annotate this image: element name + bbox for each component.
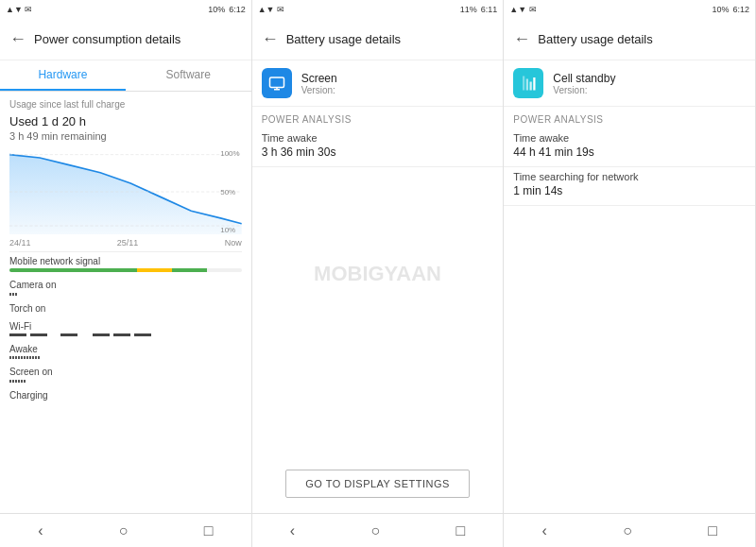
usage-label: Usage since last full charge — [9, 99, 242, 110]
dot — [21, 380, 23, 383]
dot — [12, 356, 14, 359]
dot — [9, 293, 11, 296]
nav-back-2[interactable]: ‹ — [290, 522, 295, 539]
status-bar-left-1: ▲▼ ✉ — [6, 5, 208, 14]
battery-2: 11% — [460, 5, 477, 14]
svg-rect-8 — [526, 79, 528, 91]
signal-label-camera: Camera on — [9, 280, 242, 290]
power-stat-screen-awake: Time awake 3 h 36 min 30s — [252, 128, 504, 167]
nav-recents-1[interactable]: □ — [204, 522, 214, 539]
cell-version: Version: — [553, 85, 615, 95]
signal-label-awake: Awake — [9, 344, 242, 354]
dot — [24, 356, 26, 359]
dot — [26, 356, 28, 359]
svg-rect-7 — [523, 77, 524, 91]
dot — [12, 293, 14, 296]
battery-chart: 100% 50% 10% — [9, 149, 242, 234]
dot — [15, 356, 17, 359]
screen-version: Version: — [301, 85, 337, 95]
device-row-screen: Screen Version: — [252, 60, 504, 107]
battery-cell-panel: ▲▼ ✉ 10% 6:12 ← Battery usage details Ce… — [504, 0, 756, 547]
chart-svg — [9, 149, 242, 234]
status-bar-right-2: 11% 6:11 — [460, 5, 498, 14]
stat-value-cell-searching: 1 min 14s — [513, 184, 746, 197]
power-stat-cell-awake: Time awake 44 h 41 min 19s — [504, 128, 755, 167]
nav-recents-2[interactable]: □ — [455, 522, 465, 539]
header-3: ← Battery usage details — [504, 19, 755, 60]
dot — [29, 356, 31, 359]
signal-icons-2: ▲▼ ✉ — [258, 5, 284, 14]
svg-rect-9 — [530, 82, 532, 91]
svg-rect-4 — [269, 77, 284, 88]
cell-info: Cell standby Version: — [553, 72, 615, 95]
awake-dots — [9, 356, 242, 359]
wifi-bar-2 — [30, 333, 47, 336]
panel-title-2: Battery usage details — [286, 32, 401, 46]
wifi-bar-4 — [93, 333, 110, 336]
back-button-2[interactable]: ← — [262, 29, 279, 49]
nav-back-1[interactable]: ‹ — [38, 522, 43, 539]
bottom-nav-1: ‹ ○ □ — [0, 513, 251, 547]
signal-row-camera: Camera on — [9, 280, 242, 296]
battery-3: 10% — [712, 5, 729, 14]
bottom-nav-3: ‹ ○ □ — [504, 513, 755, 547]
signal-icons-1: ▲▼ ✉ — [6, 5, 32, 14]
signal-row-awake: Awake — [9, 344, 242, 359]
status-bar-2: ▲▼ ✉ 11% 6:11 — [252, 0, 504, 19]
display-settings-button[interactable]: GO TO DISPLAY SETTINGS — [285, 470, 470, 498]
bottom-nav-2: ‹ ○ □ — [252, 513, 504, 547]
svg-marker-0 — [9, 155, 242, 234]
nav-home-3[interactable]: ○ — [623, 522, 632, 539]
header-2: ← Battery usage details — [252, 19, 504, 60]
wifi-bar-1 — [9, 333, 26, 336]
dot — [15, 380, 17, 383]
signal-row-mobile: Mobile network signal — [9, 256, 242, 272]
watermark: MOBIGYAAN — [314, 262, 441, 286]
chart-y-100: 100% — [220, 149, 239, 158]
power-consumption-panel: ▲▼ ✉ 10% 6:12 ← Power consumption detail… — [0, 0, 252, 547]
nav-home-1[interactable]: ○ — [119, 522, 129, 539]
wifi-bar-3 — [60, 333, 77, 336]
usage-remaining: 3 h 49 min remaining — [9, 130, 242, 142]
signal-label-torch: Torch on — [9, 303, 242, 314]
chart-label-date2: 25/11 — [117, 238, 139, 248]
signal-row-charging: Charging — [9, 390, 242, 401]
dot — [9, 356, 11, 359]
stat-label-awake: Time awake — [262, 132, 494, 144]
screen-icon — [262, 68, 292, 98]
tab-software[interactable]: Software — [126, 60, 251, 91]
stat-value-awake: 3 h 36 min 30s — [262, 145, 494, 159]
wifi-gap2 — [81, 333, 89, 336]
stat-label-cell-searching: Time searching for network — [513, 171, 746, 182]
time-1: 6:12 — [229, 5, 246, 14]
status-bar-right-3: 10% 6:12 — [712, 5, 749, 14]
wifi-bar-6 — [134, 333, 151, 336]
power-section-title-2: POWER ANALYSIS — [252, 107, 504, 128]
chart-label-date1: 24/11 — [9, 238, 31, 248]
cell-icon — [513, 68, 543, 98]
camera-dots — [9, 292, 242, 296]
status-bar-right-1: 10% 6:12 — [208, 5, 246, 14]
signal-yellow — [137, 268, 172, 272]
dot — [15, 293, 17, 296]
signal-label-wifi: Wi-Fi — [9, 321, 242, 332]
screen-dots — [9, 379, 242, 383]
tab-hardware[interactable]: Hardware — [0, 60, 126, 91]
wifi-bar-5 — [113, 333, 130, 336]
back-button-3[interactable]: ← — [513, 29, 530, 49]
stat-label-cell-awake: Time awake — [513, 132, 746, 144]
nav-recents-3[interactable]: □ — [708, 522, 717, 539]
chart-y-10: 10% — [220, 226, 239, 234]
back-button-1[interactable]: ← — [9, 29, 26, 49]
wifi-bars — [9, 333, 242, 336]
panel-title-1: Power consumption details — [34, 32, 180, 46]
nav-home-2[interactable]: ○ — [370, 522, 380, 539]
nav-back-3[interactable]: ‹ — [542, 522, 547, 539]
signal-green — [9, 268, 207, 272]
signal-icons-3: ▲▼ ✉ — [509, 5, 536, 14]
time-3: 6:12 — [732, 5, 749, 14]
signal-label-mobile: Mobile network signal — [9, 256, 242, 266]
time-2: 6:11 — [481, 5, 498, 14]
cell-name: Cell standby — [553, 72, 615, 85]
signal-row-torch: Torch on — [9, 303, 242, 314]
